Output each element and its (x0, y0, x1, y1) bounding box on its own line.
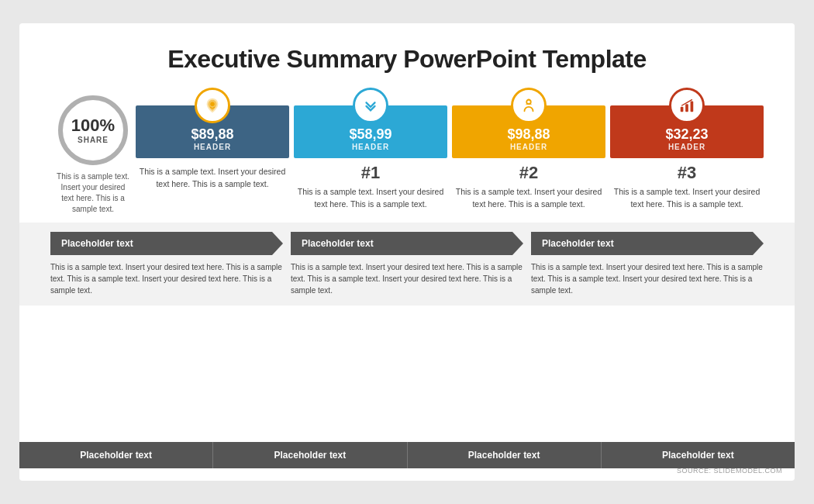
col2-number: #1 (361, 163, 380, 183)
svg-rect-5 (691, 102, 694, 112)
column-2: $58,99 HEADER #1 This is a sample text. … (294, 88, 447, 211)
arrow-item-2: Placeholder text This is a sample text. … (291, 232, 523, 296)
col4-number: #3 (678, 163, 696, 183)
col4-header-label: HEADER (668, 143, 705, 151)
slide-title: Executive Summary PowerPoint Template (50, 45, 764, 74)
col1-amount: $89,88 (191, 126, 233, 143)
col1-desc: This is a sample text. Insert your desir… (136, 166, 289, 191)
share-circle: 100% SHARE (58, 95, 128, 165)
bottom-cell-3: Placeholder text (408, 442, 602, 468)
arrow-desc-3: This is a sample text. Insert your desir… (531, 261, 764, 296)
col4-desc: This is a sample text. Insert your desir… (610, 186, 764, 211)
arrow-shape-2: Placeholder text (291, 232, 523, 255)
arrow-shape-1: Placeholder text (50, 232, 283, 255)
col3-number: #2 (519, 163, 538, 183)
col3-icon (511, 88, 547, 123)
circle-label: SHARE (78, 136, 109, 144)
col3-amount: $98,88 (507, 126, 550, 143)
top-section: 100% SHARE This is a sample text. Insert… (50, 88, 764, 215)
arrow-desc-1: This is a sample text. Insert your desir… (50, 261, 283, 296)
column-1: $89,88 HEADER This is a sample text. Ins… (136, 88, 289, 211)
arrow-label-2: Placeholder text (291, 232, 523, 255)
svg-point-2 (527, 98, 530, 102)
bottom-cell-1: Placeholder text (19, 442, 213, 468)
circle-percent: 100% (71, 117, 115, 134)
arrow-shape-3: Placeholder text (531, 232, 764, 255)
col2-header-label: HEADER (352, 143, 389, 151)
slide: Executive Summary PowerPoint Template 10… (19, 23, 795, 481)
col3-header-label: HEADER (510, 143, 547, 151)
svg-point-0 (210, 102, 215, 106)
svg-rect-3 (681, 107, 684, 112)
source-text: SOURCE: SLIDEMODEL.COM (677, 467, 782, 475)
circle-column: 100% SHARE This is a sample text. Insert… (50, 88, 136, 215)
arrow-item-3: Placeholder text This is a sample text. … (531, 232, 764, 296)
arrow-section: Placeholder text This is a sample text. … (19, 223, 795, 306)
circle-desc: This is a sample text. Insert your desir… (54, 171, 132, 215)
arrow-item-1: Placeholder text This is a sample text. … (50, 232, 283, 296)
column-3: $98,88 HEADER #2 This is a sample text. … (452, 88, 605, 211)
arrow-desc-2: This is a sample text. Insert your desir… (291, 261, 523, 296)
arrow-label-1: Placeholder text (50, 232, 283, 255)
col1-header-label: HEADER (194, 143, 231, 151)
arrow-label-3: Placeholder text (531, 232, 764, 255)
col1-icon (195, 88, 230, 123)
bottom-cell-2: Placeholder text (213, 442, 407, 468)
bottom-bar: Placeholder text Placeholder text Placeh… (19, 442, 795, 468)
columns-area: $89,88 HEADER This is a sample text. Ins… (136, 88, 764, 211)
column-4: $32,23 HEADER #3 This is a sample text. … (610, 88, 764, 211)
col4-amount: $32,23 (665, 126, 708, 143)
col4-icon (669, 88, 705, 123)
bottom-cell-4: Placeholder text (602, 442, 795, 468)
col2-icon (353, 88, 388, 123)
svg-rect-4 (685, 104, 688, 112)
col3-desc: This is a sample text. Insert your desir… (452, 186, 605, 211)
col2-amount: $58,99 (349, 126, 391, 143)
col2-desc: This is a sample text. Insert your desir… (294, 186, 447, 211)
